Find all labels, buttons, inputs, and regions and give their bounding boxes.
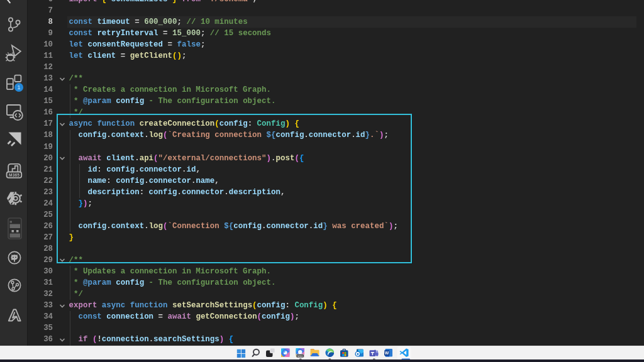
svg-text:M365: M365 [297, 355, 303, 358]
svg-text:1: 1 [17, 84, 20, 90]
svg-text:W: W [385, 351, 389, 355]
svg-text:M365: M365 [9, 173, 19, 177]
